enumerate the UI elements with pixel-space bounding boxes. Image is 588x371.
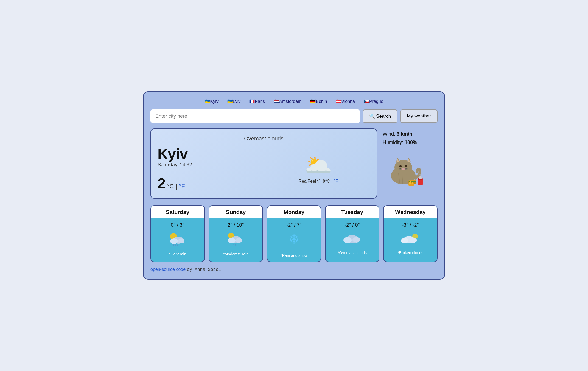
forecast-icon: ❄ [284,231,304,250]
weather-side-info: Wind: 3 km\h Humidity: 100% [383,128,438,199]
wind-info: Wind: 3 km\h [383,131,412,137]
svg-point-24 [419,174,421,176]
forecast-desc: *Rain and snow [279,253,309,258]
current-weather-card: Overcast clouds Kyiv Saturday, 14:32 2 °… [150,128,377,199]
svg-line-42 [235,244,236,246]
svg-line-34 [175,244,176,246]
forecast-day-label: Tuesday [326,206,379,218]
forecast-desc: *Broken clouds [396,251,424,255]
temperature-value: 2 [158,175,166,192]
svg-point-46 [352,237,360,243]
forecast-card-tuesday[interactable]: Tuesday -2° / 0° *Overcast clouds [325,205,379,262]
forecast-icon [168,231,187,249]
svg-line-41 [233,244,233,246]
forecast-icon [401,231,420,247]
city-name: Kyiv [158,146,261,162]
weather-center: 🌥️ RealFeel t°: 0°C | °F [267,154,370,184]
forecast-card-wednesday[interactable]: Wednesday -3° / -2° *Broken clouds [383,205,438,262]
forecast-desc: *Light rain [168,252,187,256]
svg-point-50 [409,238,417,243]
svg-rect-28 [412,182,413,184]
forecast-day-label: Sunday [209,206,262,218]
divider [158,172,261,172]
realfeel-value: 0 [323,179,325,184]
humidity-value: 100% [405,140,417,145]
city-tab-vienna[interactable]: 🇦🇹Vienna [336,99,355,104]
temp-fahrenheit-link[interactable]: °F [179,183,185,190]
app-container: 🇺🇦Kyiv🇺🇦Lviv🇫🇷Paris🇳🇱Amsterdam🇩🇪Berlin🇦🇹… [143,91,445,280]
svg-point-8 [402,168,405,170]
forecast-body: 0° / 3° *Light rain [151,218,204,262]
forecast-card-saturday[interactable]: Saturday 0° / 3° *Light rain [150,205,205,262]
forecast-desc: *Moderate rain [222,252,250,256]
temp-unit: °C | °F [167,183,185,190]
svg-point-7 [405,165,407,167]
forecast-card-monday[interactable]: Monday -2° / 7° ❄ *Rain and snow [267,205,321,262]
search-bar: 🔍 Search My weather [150,109,438,123]
svg-point-1 [394,160,412,175]
forecast-row: Saturday 0° / 3° *Light rain Sunday 2° /… [150,205,438,262]
forecast-icon [226,231,245,249]
svg-point-31 [170,238,178,244]
main-weather-area: Overcast clouds Kyiv Saturday, 14:32 2 °… [150,128,438,199]
forecast-day-label: Wednesday [384,206,437,218]
forecast-temps: -2° / 0° [345,222,360,228]
footer: open-source code by Anna Sobol [150,267,438,272]
realfeel: RealFeel t°: 0°C | °F [298,179,338,184]
svg-text:❄: ❄ [289,232,299,246]
forecast-body: -2° / 7° ❄ *Rain and snow [267,218,321,262]
city-tab-lviv[interactable]: 🇺🇦Lviv [227,99,240,104]
condition-label: Overcast clouds [158,136,370,142]
city-date: Saturday, 14:32 [158,162,261,168]
svg-line-35 [177,244,178,246]
city-tab-paris[interactable]: 🇫🇷Paris [249,99,265,104]
realfeel-fahrenheit-link[interactable]: °F [334,179,338,184]
svg-point-38 [228,238,236,243]
city-tabs: 🇺🇦Kyiv🇺🇦Lviv🇫🇷Paris🇳🇱Amsterdam🇩🇪Berlin🇦🇹… [150,99,438,104]
cloud-icon: 🌥️ [305,154,332,176]
cat-mascot [383,154,427,190]
svg-rect-27 [410,181,411,184]
forecast-desc: *Overcast clouds [337,251,368,255]
forecast-body: -3° / -2° *Broken clouds [384,218,437,262]
svg-point-45 [343,237,352,243]
cat-svg [383,154,427,187]
city-tab-amsterdam[interactable]: 🇳🇱Amsterdam [274,99,302,104]
wind-value: 3 km\h [397,131,412,137]
forecast-body: -2° / 0° *Overcast clouds [326,218,379,262]
temp-separator: | [176,183,179,190]
search-button[interactable]: 🔍 Search [363,109,398,123]
forecast-body: 2° / 10° *Moderate rain [209,218,262,262]
svg-point-49 [401,238,408,243]
forecast-icon [343,231,362,247]
forecast-temps: -2° / 7° [286,222,301,228]
open-source-link[interactable]: open-source code [150,267,186,272]
forecast-card-sunday[interactable]: Sunday 2° / 10° *Moderate rain [209,205,263,262]
footer-author: by Anna Sobol [187,267,221,272]
temp-celsius-label: °C [167,183,174,190]
search-input[interactable] [150,109,360,123]
forecast-temps: -3° / -2° [402,222,419,228]
svg-point-6 [399,165,402,167]
humidity-info: Humidity: 100% [383,140,417,145]
city-tab-berlin[interactable]: 🇩🇪Berlin [310,99,327,104]
forecast-day-label: Monday [267,206,321,218]
city-tab-kyiv[interactable]: 🇺🇦Kyiv [205,99,219,104]
weather-left: Kyiv Saturday, 14:32 2 °C | °F [158,146,261,192]
forecast-day-label: Saturday [151,206,204,218]
svg-point-39 [236,238,242,243]
svg-rect-26 [409,182,410,184]
city-tab-prague[interactable]: 🇨🇿Prague [364,99,383,104]
forecast-temps: 2° / 10° [228,222,244,228]
forecast-temps: 0° / 3° [171,222,184,228]
my-weather-button[interactable]: My weather [400,109,438,123]
svg-point-32 [178,238,184,243]
